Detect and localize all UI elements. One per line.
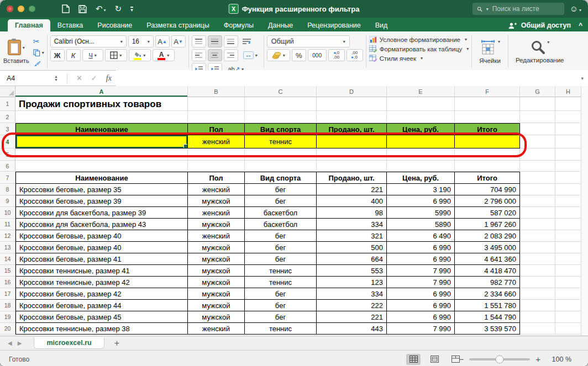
cell-D2[interactable] (317, 111, 387, 123)
cell-A17[interactable]: Кроссовки беговые, размер 42 (15, 288, 188, 300)
cell-G17[interactable] (520, 288, 555, 300)
cells-button[interactable]: ▾ Ячейки (475, 34, 505, 69)
copy-dropdown-icon[interactable]: ▾ (42, 50, 44, 55)
cell-C5[interactable] (245, 148, 317, 161)
toolbar-options-icon[interactable]: ▾ (130, 7, 133, 12)
cell-C16[interactable]: теннис (245, 277, 317, 288)
cell-G1[interactable] (520, 97, 555, 111)
column-header-C[interactable]: C (245, 86, 317, 97)
editing-dropdown-icon[interactable]: ▾ (547, 40, 549, 45)
cell-D1[interactable] (317, 97, 387, 111)
cell-D20[interactable]: 443 (317, 323, 387, 335)
cell-C13[interactable]: бег (245, 242, 317, 253)
table-header-B7[interactable]: Пол (188, 172, 245, 184)
name-box[interactable]: A4 (0, 75, 54, 82)
cell-F5[interactable] (455, 148, 520, 161)
cell-F9[interactable]: 2 796 000 (455, 195, 520, 207)
zoom-out-button[interactable]: − (459, 354, 464, 364)
cell-H2[interactable] (555, 111, 581, 123)
criteria-header-D3[interactable]: Продано, шт. (317, 123, 387, 135)
cell-F19[interactable]: 1 544 790 (455, 311, 520, 323)
cell-B17[interactable]: мужской (188, 288, 245, 300)
row-header-20[interactable]: 20 (0, 323, 15, 335)
normal-view-button[interactable] (406, 354, 421, 365)
cell-C10[interactable]: баскетбол (245, 207, 317, 219)
align-center-button[interactable] (208, 49, 222, 61)
cell-E5[interactable] (387, 148, 455, 161)
insert-function-icon[interactable]: fx (106, 74, 112, 83)
next-sheet-icon[interactable]: ▶ (18, 340, 22, 346)
font-color-dropdown-icon[interactable]: ▾ (167, 53, 169, 58)
cell-G5[interactable] (520, 148, 555, 161)
fullscreen-button[interactable] (29, 6, 35, 12)
cell-E15[interactable]: 7 990 (387, 265, 455, 277)
decrease-decimal-button[interactable]: ,00▸,0 (347, 49, 363, 61)
cell-E20[interactable]: 7 990 (387, 323, 455, 335)
row-header-13[interactable]: 13 (0, 242, 15, 253)
borders-button[interactable]: ▾ (105, 49, 127, 61)
column-header-H[interactable]: H (555, 86, 581, 97)
cell-G13[interactable] (520, 242, 555, 253)
cell-C12[interactable]: бег (245, 230, 317, 242)
cell-D6[interactable] (317, 161, 387, 172)
criteria-header-A3[interactable]: Наименование (15, 123, 188, 135)
criteria-header-B3[interactable]: Пол (188, 123, 245, 135)
tab-Вставка[interactable]: Вставка (50, 19, 90, 31)
cell-C9[interactable]: бег (245, 195, 317, 207)
zoom-slider[interactable] (469, 358, 530, 360)
table-header-E7[interactable]: Цена, руб. (387, 172, 455, 184)
cell-E19[interactable]: 6 990 (387, 311, 455, 323)
row-header-17[interactable]: 17 (0, 288, 15, 300)
cell-H20[interactable] (555, 323, 581, 335)
currency-format-button[interactable]: ▾ (267, 49, 290, 61)
cell-E17[interactable]: 6 990 (387, 288, 455, 300)
cell-B1[interactable] (188, 97, 245, 111)
cell-D8[interactable]: 221 (317, 184, 387, 195)
cell-F12[interactable]: 2 083 290 (455, 230, 520, 242)
currency-dropdown-icon[interactable]: ▾ (283, 53, 285, 58)
page-layout-view-button[interactable] (427, 354, 442, 365)
cell-D12[interactable]: 321 (317, 230, 387, 242)
cell-A20[interactable]: Кроссовки теннисные, размер 38 (15, 323, 188, 335)
cell-G19[interactable] (520, 311, 555, 323)
cell-E14[interactable]: 6 990 (387, 253, 455, 265)
tab-Вид[interactable]: Вид (368, 19, 395, 31)
row-header-10[interactable]: 10 (0, 207, 15, 219)
feedback-smiley-button[interactable]: ☺▾ (570, 4, 581, 14)
cell-A12[interactable]: Кроссовки беговые, размер 40 (15, 230, 188, 242)
table-header-C7[interactable]: Вид спорта (245, 172, 317, 184)
cell-E13[interactable]: 6 990 (387, 242, 455, 253)
italic-button[interactable]: К (66, 49, 81, 61)
cell-D14[interactable]: 664 (317, 253, 387, 265)
cell-B15[interactable]: мужской (188, 265, 245, 277)
cell-H15[interactable] (555, 265, 581, 277)
tab-Главная[interactable]: Главная (8, 19, 50, 31)
cell-F13[interactable]: 3 495 000 (455, 242, 520, 253)
table-header-A7[interactable]: Наименование (15, 172, 188, 184)
paste-dropdown-icon[interactable]: ▾ (23, 45, 25, 50)
cell-D9[interactable]: 400 (317, 195, 387, 207)
wrap-text-button[interactable] (240, 35, 254, 47)
row-header-18[interactable]: 18 (0, 300, 15, 311)
row-header-19[interactable]: 19 (0, 311, 15, 323)
merge-center-button[interactable]: ↔▾ (240, 49, 261, 61)
cell-F16[interactable]: 982 770 (455, 277, 520, 288)
cell-H12[interactable] (555, 230, 581, 242)
align-left-button[interactable] (192, 49, 206, 61)
cell-D18[interactable]: 222 (317, 300, 387, 311)
row-header-8[interactable]: 8 (0, 184, 15, 195)
cell-B10[interactable]: женский (188, 207, 245, 219)
cell-F10[interactable]: 587 020 (455, 207, 520, 219)
row-header-2[interactable]: 2 (0, 111, 15, 123)
cell-A5[interactable] (15, 148, 188, 161)
copy-button[interactable]: ▾ (33, 48, 44, 57)
cell-C8[interactable]: бег (245, 184, 317, 195)
select-all-corner[interactable] (0, 86, 15, 97)
cell-G9[interactable] (520, 195, 555, 207)
undo-dropdown-icon[interactable]: ▾ (104, 8, 106, 13)
format-as-table-button[interactable]: Форматировать как таблицу▾ (369, 45, 469, 52)
cell-A2[interactable] (15, 111, 188, 123)
cell-G15[interactable] (520, 265, 555, 277)
column-header-F[interactable]: F (455, 86, 520, 97)
column-header-E[interactable]: E (387, 86, 455, 97)
